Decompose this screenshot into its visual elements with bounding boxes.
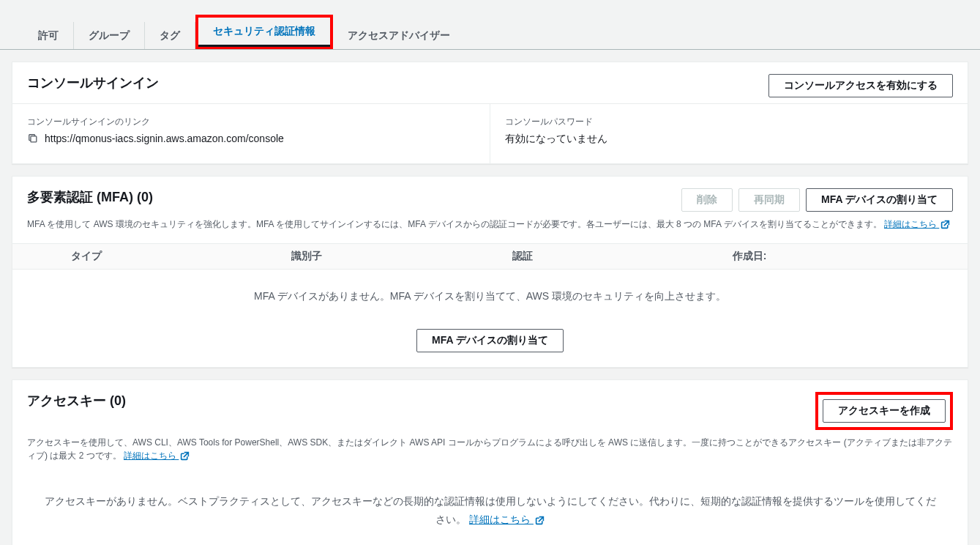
access-keys-learn-more-link[interactable]: 詳細はこちら bbox=[124, 451, 190, 461]
mfa-resync-button: 再同期 bbox=[738, 188, 800, 212]
console-signin-title: コンソールサインイン bbox=[27, 74, 159, 92]
mfa-delete-button: 削除 bbox=[681, 188, 733, 212]
highlight-security-tab: セキュリティ認証情報 bbox=[195, 15, 333, 49]
signin-link-value: https://qmonus-iacs.signin.aws.amazon.co… bbox=[45, 133, 284, 144]
mfa-col-checkbox bbox=[27, 250, 71, 263]
mfa-col-identifier: 識別子 bbox=[291, 250, 512, 263]
tab-tags[interactable]: タグ bbox=[145, 22, 195, 49]
mfa-learn-more-link[interactable]: 詳細はこちら bbox=[884, 219, 950, 229]
tab-security-credentials[interactable]: セキュリティ認証情報 bbox=[198, 18, 330, 47]
external-link-icon bbox=[940, 218, 950, 231]
console-signin-panel: コンソールサインイン コンソールアクセスを有効にする コンソールサインインのリン… bbox=[12, 62, 968, 164]
tab-groups[interactable]: グループ bbox=[74, 22, 145, 49]
svg-rect-0 bbox=[31, 136, 37, 142]
mfa-description: MFA を使用して AWS 環境のセキュリティを強化します。MFA を使用してサ… bbox=[12, 218, 968, 243]
mfa-empty-assign-button[interactable]: MFA デバイスの割り当て bbox=[416, 329, 564, 352]
mfa-col-auth: 認証 bbox=[512, 250, 733, 263]
iam-user-tabs: 許可 グループ タグ セキュリティ認証情報 アクセスアドバイザー bbox=[0, 0, 980, 50]
copy-icon[interactable] bbox=[27, 133, 39, 144]
mfa-assign-button[interactable]: MFA デバイスの割り当て bbox=[806, 188, 953, 212]
create-access-key-button[interactable]: アクセスキーを作成 bbox=[823, 399, 946, 423]
access-keys-panel: アクセスキー (0) アクセスキーを作成 アクセスキーを使用して、AWS CLI… bbox=[12, 379, 968, 545]
access-keys-empty: アクセスキーがありません。ベストプラクティスとして、アクセスキーなどの長期的な認… bbox=[12, 475, 968, 545]
mfa-empty-text: MFA デバイスがありません。MFA デバイスを割り当てて、AWS 環境のセキュ… bbox=[12, 270, 968, 323]
tab-permissions[interactable]: 許可 bbox=[23, 22, 74, 49]
external-link-icon bbox=[180, 450, 190, 463]
mfa-title: 多要素認証 (MFA) (0) bbox=[27, 188, 153, 206]
console-password-label: コンソールパスワード bbox=[505, 116, 953, 128]
external-link-icon bbox=[535, 511, 545, 530]
enable-console-access-button[interactable]: コンソールアクセスを有効にする bbox=[768, 74, 953, 97]
mfa-panel: 多要素認証 (MFA) (0) 削除 再同期 MFA デバイスの割り当て MFA… bbox=[12, 176, 968, 368]
access-keys-empty-learn-more-link[interactable]: 詳細はこちら bbox=[469, 514, 545, 525]
mfa-col-type: タイプ bbox=[71, 250, 291, 263]
highlight-create-access-key: アクセスキーを作成 bbox=[815, 392, 953, 430]
signin-link-label: コンソールサインインのリンク bbox=[27, 116, 475, 128]
tab-access-advisor[interactable]: アクセスアドバイザー bbox=[333, 22, 465, 49]
mfa-col-created: 作成日: bbox=[733, 250, 953, 263]
mfa-table-header: タイプ 識別子 認証 作成日: bbox=[12, 243, 968, 270]
console-password-value: 有効になっていません bbox=[505, 133, 953, 146]
access-keys-title: アクセスキー (0) bbox=[27, 392, 126, 409]
access-keys-description: アクセスキーを使用して、AWS CLI、AWS Tools for PowerS… bbox=[12, 436, 968, 475]
